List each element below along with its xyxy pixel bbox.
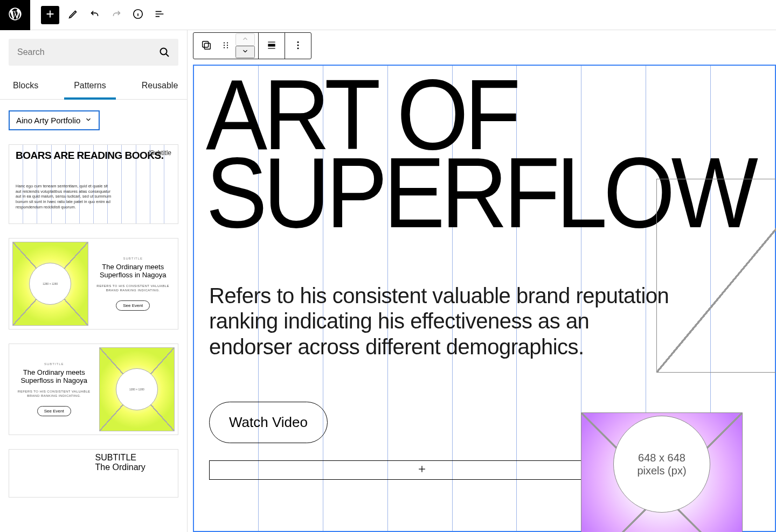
- block-appender[interactable]: [209, 460, 635, 480]
- pattern-button: See Event: [116, 300, 150, 311]
- move-down-button[interactable]: [235, 46, 255, 58]
- block-toolbar: [193, 32, 311, 59]
- hero-title-line2: SUPERFLOW: [206, 153, 719, 232]
- placeholder-unit-label: pixels (px): [637, 464, 686, 477]
- list-view-button[interactable]: [149, 4, 170, 26]
- info-button[interactable]: [127, 4, 149, 26]
- plus-icon: [417, 464, 427, 477]
- pattern-image-placeholder: 1280 × 1280: [12, 242, 88, 326]
- tab-blocks[interactable]: Blocks: [9, 74, 43, 99]
- group-icon: [200, 39, 212, 53]
- svg-point-13: [297, 47, 299, 49]
- svg-point-9: [227, 47, 228, 48]
- chevron-down-icon: [85, 116, 92, 125]
- placeholder-size-label: 1280 × 1280: [116, 368, 158, 410]
- image-placeholder-bottom: 648 x 648 pixels (px): [581, 412, 743, 532]
- search-box[interactable]: [9, 39, 178, 66]
- svg-rect-2: [203, 41, 209, 47]
- placeholder-size-label: 1280 × 1280: [29, 263, 71, 305]
- pattern-image-placeholder: [12, 453, 92, 494]
- pattern-subtitle: SUBTITLE: [123, 257, 143, 260]
- editor-canvas-wrap: ART OF SUPERFLOW Refers to his consisten…: [188, 30, 776, 532]
- move-up-button[interactable]: [235, 33, 255, 46]
- pencil-icon: [67, 8, 79, 22]
- pattern-image-placeholder: 1280 × 1280: [99, 347, 175, 431]
- top-toolbar: [0, 0, 776, 30]
- pattern-subtitle: SUBTITLE: [95, 453, 175, 463]
- placeholder-dim-label: 648 x 648: [638, 451, 685, 464]
- svg-point-5: [227, 42, 228, 43]
- align-full-icon: [266, 40, 277, 52]
- wordpress-icon: [8, 6, 23, 24]
- inserter-panel: Blocks Patterns Reusable Aino Arty Portf…: [0, 30, 188, 532]
- svg-point-6: [224, 44, 225, 45]
- drag-icon: [221, 40, 231, 52]
- hero-title[interactable]: ART OF SUPERFLOW: [206, 75, 719, 232]
- undo-button[interactable]: [84, 4, 106, 26]
- pattern-category-select[interactable]: Aino Arty Portfolio: [9, 110, 100, 130]
- pattern-preview-3[interactable]: SUBTITLE The Ordinary meets Superfloss i…: [9, 344, 178, 435]
- svg-rect-10: [268, 44, 275, 46]
- add-block-button[interactable]: [41, 6, 59, 24]
- selected-block[interactable]: ART OF SUPERFLOW Refers to his consisten…: [193, 65, 776, 532]
- pattern-desc: REFERS TO HIS CONSISTENT VALUABLE BRAND …: [17, 390, 92, 398]
- chevron-up-icon: [241, 35, 249, 44]
- pattern-desc: REFERS TO HIS CONSISTENT VALUABLE BRAND …: [96, 284, 171, 293]
- redo-button[interactable]: [106, 4, 127, 26]
- search-icon: [158, 46, 171, 59]
- plus-icon: [44, 8, 56, 22]
- align-button[interactable]: [262, 33, 281, 58]
- search-input[interactable]: [9, 47, 158, 57]
- svg-point-8: [224, 47, 225, 48]
- inserter-tabs: Blocks Patterns Reusable: [0, 74, 187, 100]
- tab-reusable[interactable]: Reusable: [137, 74, 183, 99]
- outline-icon: [154, 8, 165, 22]
- svg-point-1: [161, 48, 167, 55]
- edit-tool-button[interactable]: [63, 4, 84, 26]
- hero-subtitle[interactable]: Refers to his consistent valuable brand …: [209, 283, 673, 360]
- wordpress-logo-button[interactable]: [0, 0, 30, 30]
- pattern-body: Hanc ego cum teneam sententiam, quid et …: [16, 184, 113, 210]
- chevron-down-icon: [241, 47, 249, 57]
- pattern-button: See Event: [37, 406, 71, 416]
- pattern-preview-4[interactable]: SUBTITLE The Ordinary: [9, 449, 178, 498]
- svg-point-4: [224, 42, 225, 43]
- svg-rect-3: [204, 43, 210, 49]
- pattern-title: The Ordinary meets Superfloss in Nagoya: [17, 369, 92, 384]
- block-type-button[interactable]: [197, 33, 216, 58]
- drag-handle[interactable]: [216, 33, 235, 58]
- pattern-title: The Ordinary meets Superfloss in Nagoya: [96, 263, 171, 279]
- pattern-subtitle: /Subtitle: [148, 149, 171, 157]
- svg-point-7: [227, 44, 228, 45]
- pattern-title: The Ordinary: [95, 463, 175, 472]
- info-icon: [132, 8, 144, 22]
- more-vertical-icon: [293, 40, 303, 52]
- more-options-button[interactable]: [288, 33, 308, 58]
- image-placeholder-top: [656, 179, 776, 373]
- pattern-subtitle: SUBTITLE: [44, 362, 64, 366]
- svg-point-12: [297, 44, 299, 46]
- tab-patterns[interactable]: Patterns: [70, 74, 110, 99]
- category-label: Aino Arty Portfolio: [16, 116, 80, 125]
- svg-point-11: [297, 41, 299, 43]
- pattern-preview-2[interactable]: 1280 × 1280 SUBTITLE The Ordinary meets …: [9, 238, 178, 330]
- redo-icon: [110, 8, 122, 22]
- watch-video-button[interactable]: Watch Video: [209, 402, 328, 443]
- pattern-preview-1[interactable]: BOARS ARE READING BOOKS. /Subtitle Hanc …: [9, 144, 178, 224]
- undo-icon: [89, 8, 101, 22]
